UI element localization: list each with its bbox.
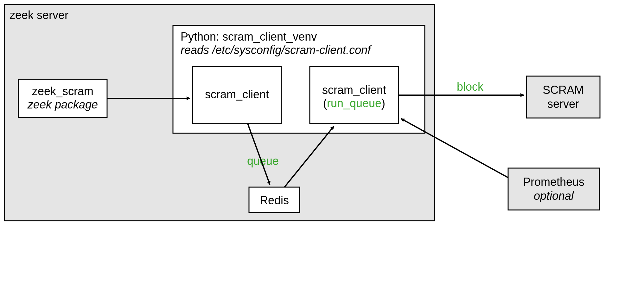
prometheus-line1: Prometheus [523, 175, 584, 188]
redis-label: Redis [260, 194, 289, 207]
run-queue-label: (run_queue) [323, 97, 385, 110]
scram-server-box [526, 76, 600, 118]
prometheus-box [508, 168, 599, 210]
zeek-scram-subtitle: zeek package [27, 98, 98, 111]
architecture-diagram: zeek server Python: scram_client_venv re… [0, 0, 644, 281]
zeek-server-title: zeek server [10, 9, 68, 22]
python-env-subtitle: reads /etc/sysconfig/scram-client.conf [181, 43, 372, 56]
scram-client-right-label: scram_client [322, 83, 386, 96]
zeek-scram-title: zeek_scram [32, 85, 93, 98]
scram-server-line2: server [547, 97, 579, 110]
scram-client-left-label: scram_client [205, 88, 269, 101]
python-env-title: Python: scram_client_venv [181, 30, 317, 43]
block-label: block [457, 80, 484, 93]
prometheus-line2: optional [534, 189, 574, 202]
scram-server-line1: SCRAM [543, 83, 584, 96]
